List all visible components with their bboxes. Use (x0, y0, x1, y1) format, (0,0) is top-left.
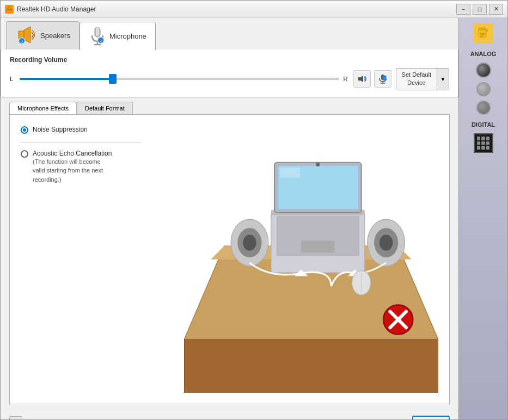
main-panel: ✓ Speakers (1, 18, 458, 419)
svg-rect-10 (96, 27, 99, 36)
volume-slider-track[interactable] (20, 78, 339, 80)
effects-content: Noise Suppression Acoustic Echo Cancella… (9, 114, 450, 405)
effects-area: Microphone Effects Default Format Noise … (1, 97, 458, 411)
noise-suppression-item: Noise Suppression (21, 126, 173, 134)
main-window: Realtek HD Audio Manager − □ ✕ (0, 0, 508, 420)
set-default-button[interactable]: Set Default Device ▼ (396, 68, 449, 90)
effects-tabs: Microphone Effects Default Format (9, 102, 450, 114)
title-controls: − □ ✕ (456, 4, 503, 15)
content-area: ✓ Speakers (1, 18, 507, 419)
acoustic-echo-label: Acoustic Echo Cancellation (33, 150, 112, 157)
right-sidebar: ANALOG DIGITAL (458, 18, 507, 419)
microphone-tab-label: Microphone (109, 32, 146, 40)
bottom-bar: i OK (1, 411, 458, 419)
noise-suppression-radio[interactable] (21, 126, 28, 134)
info-button[interactable]: i (9, 416, 22, 419)
set-default-dropdown-arrow[interactable]: ▼ (437, 69, 449, 90)
svg-point-22 (384, 76, 387, 78)
right-channel-label: R (344, 76, 349, 82)
maximize-button[interactable]: □ (473, 4, 487, 15)
effects-divider (21, 143, 140, 143)
tab-microphone[interactable]: ✓ Microphone (79, 22, 156, 50)
microphone-icon: ✓ (89, 26, 106, 47)
svg-text:✓: ✓ (21, 40, 24, 44)
mute-mic-button[interactable] (374, 70, 391, 88)
svg-rect-33 (280, 168, 300, 177)
tab-microphone-effects[interactable]: Microphone Effects (9, 102, 77, 114)
volume-section: Recording Volume L R (1, 50, 458, 97)
digital-label: DIGITAL (472, 121, 495, 128)
app-icon (5, 5, 14, 14)
acoustic-echo-description: (The function will becomevalid starting … (33, 157, 112, 184)
svg-point-34 (316, 162, 320, 166)
volume-slider-thumb[interactable] (109, 74, 117, 84)
speakers-tab-label: Speakers (40, 32, 70, 40)
volume-slider-fill (20, 78, 115, 80)
svg-marker-25 (184, 339, 438, 393)
volume-buttons (353, 70, 391, 88)
acoustic-echo-text: Acoustic Echo Cancellation (The function… (33, 150, 112, 184)
tab-speakers[interactable]: ✓ Speakers (6, 21, 79, 50)
mute-speaker-button[interactable] (353, 70, 371, 88)
svg-point-40 (380, 234, 393, 250)
desk-scene-svg (184, 126, 438, 393)
ok-button[interactable]: OK (412, 416, 450, 419)
set-default-label: Set Default Device (396, 69, 437, 90)
window-title: Realtek HD Audio Manager (17, 5, 456, 13)
minimize-button[interactable]: − (456, 4, 470, 15)
volume-controls: L R (10, 68, 449, 90)
effects-left-panel: Noise Suppression Acoustic Echo Cancella… (21, 126, 173, 393)
svg-rect-50 (479, 28, 486, 30)
volume-label: Recording Volume (10, 56, 449, 64)
svg-rect-2 (9, 8, 10, 9)
noise-suppression-label: Noise Suppression (33, 126, 88, 133)
tab-default-format[interactable]: Default Format (77, 102, 133, 114)
analog-label: ANALOG (470, 51, 497, 57)
svg-marker-3 (7, 9, 11, 10)
acoustic-echo-radio[interactable] (21, 150, 28, 158)
left-channel-label: L (10, 76, 15, 82)
svg-point-23 (384, 78, 387, 81)
svg-text:✓: ✓ (99, 39, 102, 43)
svg-marker-51 (486, 30, 488, 32)
close-button[interactable]: ✕ (489, 4, 503, 15)
analog-port-2[interactable] (476, 82, 491, 96)
speakers-icon: ✓ (15, 26, 37, 46)
analog-port-1[interactable] (476, 63, 491, 78)
sidebar-note-icon (474, 23, 493, 43)
svg-rect-29 (301, 240, 334, 252)
analog-port-3[interactable] (476, 101, 491, 115)
svg-marker-16 (358, 76, 363, 82)
digital-port[interactable] (474, 133, 493, 153)
effects-illustration (184, 126, 438, 393)
tabs-row: ✓ Speakers (1, 18, 458, 50)
svg-point-37 (243, 234, 256, 250)
acoustic-echo-item: Acoustic Echo Cancellation (The function… (21, 150, 173, 184)
title-bar: Realtek HD Audio Manager − □ ✕ (1, 1, 507, 18)
